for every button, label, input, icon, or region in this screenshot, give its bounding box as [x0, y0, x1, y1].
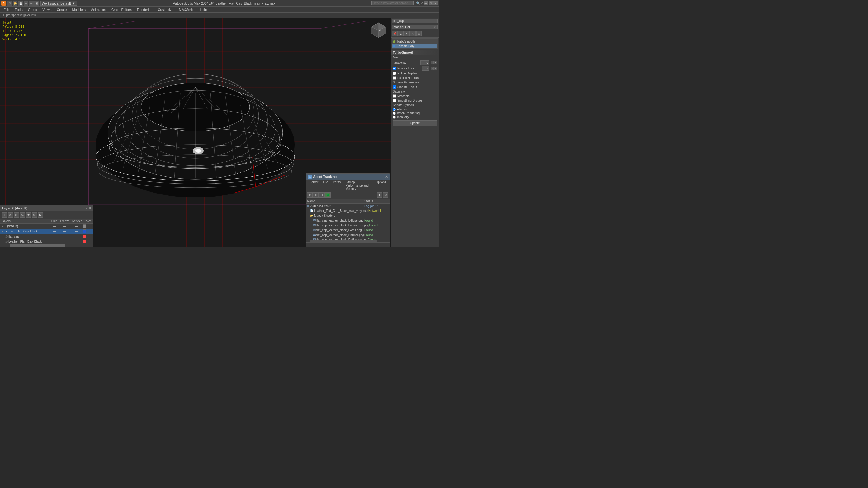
- layer-row-color-leather2[interactable]: [83, 240, 92, 243]
- layer-new-btn[interactable]: +: [1, 212, 7, 218]
- menu-tools[interactable]: Tools: [12, 7, 25, 12]
- layer-help-button[interactable]: ?: [86, 207, 87, 210]
- menu-animation[interactable]: Animation: [89, 7, 108, 12]
- render-iters-checkbox[interactable]: [393, 67, 396, 70]
- layer-row-render-leather[interactable]: —: [71, 230, 83, 233]
- asset-menu-options[interactable]: Options: [373, 180, 389, 191]
- object-name-input[interactable]: [392, 19, 438, 23]
- asset-row-reflection[interactable]: 🖼 flat_cap_leather_black_Reflection.png …: [306, 238, 390, 240]
- layer-row-leather[interactable]: ▶ Leather_Flat_Cap_Black — — —: [0, 229, 93, 234]
- asset-list-btn[interactable]: ≡: [313, 192, 318, 198]
- pin-btn[interactable]: 📌: [392, 31, 398, 36]
- layer-row-leather2[interactable]: ◎ Leather_Flat_Cap_Black: [0, 239, 93, 244]
- asset-horizontal-scrollbar[interactable]: [306, 240, 390, 242]
- layer-row-freeze-default[interactable]: —: [59, 224, 71, 228]
- minimize-button[interactable]: —: [424, 1, 428, 5]
- layer-close-button[interactable]: ✕: [89, 206, 91, 210]
- undo-btn[interactable]: ↩: [24, 1, 28, 6]
- layer-render-all-btn[interactable]: ▶: [38, 212, 43, 218]
- menu-graph-editors[interactable]: Graph Editors: [109, 7, 134, 12]
- iterations-down[interactable]: ▼: [434, 61, 437, 64]
- layer-scrollbar[interactable]: [0, 244, 93, 247]
- modifier-turbosmooth[interactable]: TurboSmooth: [393, 39, 437, 44]
- asset-detail-btn[interactable]: ⊞: [319, 192, 324, 198]
- asset-row-gloss[interactable]: 🖼 flat_cap_leather_black_Gloss.png Found: [306, 228, 390, 233]
- nav-cube[interactable]: TOP: [370, 21, 388, 39]
- open-btn[interactable]: 📂: [13, 1, 18, 6]
- layer-row-hide-default[interactable]: —: [50, 224, 59, 228]
- layer-delete-btn[interactable]: ✕: [7, 212, 13, 218]
- search-icon[interactable]: 🔍: [416, 1, 420, 5]
- workspace-dropdown[interactable]: Workspace: Default ▼: [40, 1, 77, 6]
- modifier-list-dropdown[interactable]: Modifier List ▼: [392, 25, 438, 29]
- asset-tree-btn[interactable]: 🌲: [325, 192, 331, 198]
- asset-minimize-button[interactable]: —: [377, 175, 381, 178]
- menu-help[interactable]: Help: [198, 7, 210, 12]
- asset-menu-bitmap[interactable]: Bitmap Performance and Memory: [343, 180, 373, 191]
- asset-refresh-btn[interactable]: ↻: [307, 192, 313, 198]
- menu-group[interactable]: Group: [26, 7, 40, 12]
- layer-row-color-flatcap[interactable]: [83, 235, 92, 238]
- asset-menu-paths[interactable]: Paths: [331, 180, 343, 191]
- configure-btn[interactable]: ⚙: [416, 31, 422, 36]
- manually-radio[interactable]: [393, 116, 396, 119]
- render-iters-input[interactable]: [422, 66, 430, 70]
- render-setup-btn[interactable]: ▣: [34, 1, 39, 6]
- smoothing-groups-checkbox[interactable]: [393, 99, 396, 102]
- menu-rendering[interactable]: Rendering: [135, 7, 155, 12]
- modifier-editable-poly[interactable]: Editable Poly: [393, 44, 437, 48]
- layer-header: Layer: 0 (default) ? ✕: [0, 205, 93, 211]
- asset-row-vault[interactable]: 🏛 Autodesk Vault Logged O: [306, 204, 390, 209]
- layer-hide-all-btn[interactable]: 👁: [26, 212, 31, 218]
- search-input[interactable]: [371, 1, 413, 5]
- materials-checkbox[interactable]: [393, 94, 396, 98]
- asset-row-maps[interactable]: 📁 Maps / Shaders: [306, 213, 390, 218]
- asset-row-maxfile[interactable]: 📄 Leather_Flat_Cap_Black_max_vray.max Ne…: [306, 209, 390, 213]
- menu-views[interactable]: Views: [40, 7, 54, 12]
- new-btn[interactable]: □: [7, 1, 12, 6]
- when-rendering-radio[interactable]: [393, 112, 396, 115]
- redo-btn[interactable]: ↪: [29, 1, 34, 6]
- asset-settings-btn[interactable]: ⚙: [383, 192, 389, 198]
- menu-customize[interactable]: Customize: [156, 7, 176, 12]
- iterations-up[interactable]: ▲: [431, 61, 434, 64]
- asset-maximize-button[interactable]: □: [382, 175, 384, 178]
- render-iters-up[interactable]: ▲: [431, 67, 434, 70]
- layer-row-color-leather[interactable]: [83, 230, 92, 233]
- asset-upload-btn[interactable]: ⬆: [377, 192, 382, 198]
- layer-add-sel-btn[interactable]: ⊕: [13, 212, 19, 218]
- move-up-btn[interactable]: ▲: [398, 31, 404, 36]
- layer-sel-btn[interactable]: ◎: [20, 212, 25, 218]
- asset-menu-file[interactable]: File: [321, 180, 330, 191]
- smooth-result-checkbox[interactable]: [393, 85, 396, 89]
- menu-create[interactable]: Create: [54, 7, 69, 12]
- layer-row-freeze-leather[interactable]: —: [59, 230, 71, 233]
- menu-edit[interactable]: Edit: [1, 7, 12, 12]
- layer-row-hide-leather[interactable]: —: [50, 230, 59, 233]
- iterations-input[interactable]: [421, 60, 430, 65]
- asset-row-diffuse[interactable]: 🖼 flat_cap_leather_black_Diffuse.png Fou…: [306, 218, 390, 223]
- move-down-btn[interactable]: ▼: [404, 31, 410, 36]
- layer-row-default[interactable]: ▶ 0 (default) — — —: [0, 224, 93, 229]
- asset-close-button[interactable]: ✕: [385, 175, 388, 179]
- asset-menu-server[interactable]: Server: [307, 180, 321, 191]
- menu-maxscript[interactable]: MAXScript: [177, 7, 197, 12]
- layer-row-flatcap[interactable]: ◎ flat_cap: [0, 234, 93, 239]
- maximize-button[interactable]: □: [429, 1, 433, 5]
- update-button[interactable]: Update: [393, 120, 437, 126]
- save-btn[interactable]: 💾: [18, 1, 23, 6]
- isoline-checkbox[interactable]: [393, 72, 396, 75]
- search-toolbar: 🔍 ?: [416, 1, 423, 5]
- close-button[interactable]: ✕: [433, 1, 438, 5]
- delete-btn[interactable]: ✕: [410, 31, 415, 36]
- layer-freeze-all-btn[interactable]: ❄: [32, 212, 37, 218]
- help-icon[interactable]: ?: [421, 1, 423, 5]
- layer-row-color-default[interactable]: [83, 224, 92, 228]
- asset-row-normal[interactable]: 🖼 flat_cap_leather_black_Normal.png Foun…: [306, 233, 390, 238]
- layer-row-render-default[interactable]: —: [71, 224, 83, 228]
- always-radio[interactable]: [393, 108, 396, 111]
- menu-modifiers[interactable]: Modifiers: [70, 7, 88, 12]
- explicit-normals-checkbox[interactable]: [393, 76, 396, 80]
- asset-row-fresnel[interactable]: 🖼 flat_cap_leather_black_Fresnel_ior.png…: [306, 223, 390, 228]
- render-iters-down[interactable]: ▼: [434, 67, 437, 70]
